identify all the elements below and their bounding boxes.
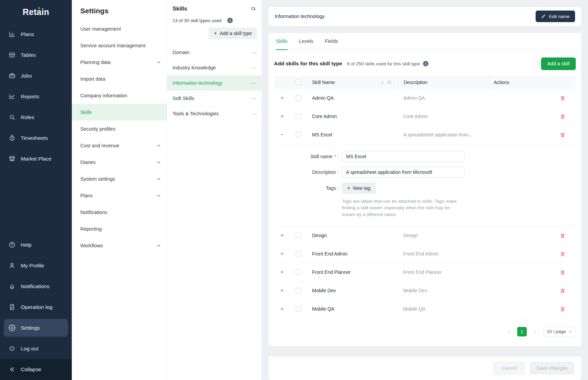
table-header-row: Skill Name Description Actions (274, 76, 576, 89)
settings-nav-item[interactable]: Service account management (72, 37, 167, 54)
sidebar-item-help[interactable]: Help (0, 234, 72, 255)
sidebar-item-operation-log[interactable]: Operation log (0, 297, 72, 317)
expand-row-button[interactable]: + (280, 114, 283, 119)
more-options-icon[interactable]: ··· (251, 96, 257, 101)
brand-logo[interactable]: Retain (0, 0, 72, 24)
sidebar-item-plans[interactable]: Plans (0, 24, 72, 45)
expand-row-button[interactable]: + (280, 233, 283, 238)
row-checkbox[interactable] (296, 269, 301, 275)
sidebar-item-label: Log out (21, 346, 38, 352)
current-page-button[interactable]: 1 (517, 327, 527, 336)
skills-card: Skills Levels Fields Add skills for this… (268, 33, 581, 346)
settings-nav-item[interactable]: Cost and revenue (72, 137, 167, 154)
row-checkbox[interactable] (296, 132, 301, 137)
skill-type-item[interactable]: Information technology ··· (167, 76, 262, 91)
row-checkbox[interactable] (296, 233, 301, 238)
row-checkbox[interactable] (296, 306, 301, 312)
new-tag-button[interactable]: + New tag (342, 182, 376, 194)
expand-row-button[interactable]: + (280, 95, 283, 101)
expand-row-button[interactable]: + (280, 306, 283, 312)
expand-row-button[interactable]: + (280, 288, 283, 293)
more-options-icon[interactable]: ··· (251, 111, 257, 116)
cancel-button[interactable]: Cancel (494, 362, 525, 375)
sidebar-item-log-out[interactable]: Log out (0, 338, 72, 359)
settings-nav-item[interactable]: Skills (72, 104, 167, 120)
settings-nav-item[interactable]: Diaries (72, 154, 167, 170)
info-icon[interactable]: i (227, 18, 233, 23)
select-all-checkbox[interactable] (296, 80, 301, 85)
skill-type-item[interactable]: Tools & Technologies ··· (167, 106, 262, 121)
edit-name-button[interactable]: Edit name (536, 11, 575, 22)
sidebar-item-timesheets[interactable]: Timesheets (0, 128, 72, 148)
chevron-down-icon (157, 244, 161, 248)
delete-skill-icon[interactable] (560, 95, 566, 101)
row-checkbox[interactable] (296, 288, 301, 293)
settings-nav-item[interactable]: Planning data (72, 54, 167, 70)
skill-name-input[interactable] (342, 151, 464, 162)
page-size-value: 10 / page (547, 329, 566, 334)
tab[interactable]: Fields (325, 33, 338, 50)
skill-type-item[interactable]: Industry Knowledge ··· (167, 60, 262, 76)
delete-skill-icon[interactable] (560, 132, 566, 138)
collapse-label: Collapse (21, 366, 41, 373)
skill-name-cell: Front End Admin (307, 251, 398, 257)
add-skill-button[interactable]: Add a skill (541, 57, 576, 70)
sidebar-item-roles[interactable]: Roles (0, 107, 72, 128)
delete-skill-icon[interactable] (560, 306, 566, 312)
settings-nav-item[interactable]: Notifications (72, 204, 167, 220)
row-checkbox[interactable] (296, 114, 301, 119)
more-options-icon[interactable]: ··· (251, 81, 257, 86)
sidebar-item-my-profile[interactable]: My Profile (0, 255, 72, 276)
sort-icon[interactable] (250, 6, 256, 12)
sidebar-item-marketplace[interactable]: Market Place (0, 148, 72, 169)
sidebar-item-tables[interactable]: Tables (0, 45, 72, 65)
column-search-icon[interactable] (387, 80, 392, 84)
settings-nav-item-label: User management (80, 26, 121, 32)
description-input[interactable] (342, 167, 464, 178)
delete-skill-icon[interactable] (560, 288, 566, 294)
settings-nav-item[interactable]: Security profiles (72, 120, 167, 137)
skill-name-cell: MS Excel (307, 132, 398, 137)
page-size-select[interactable]: 10 / page (543, 327, 576, 337)
sidebar-item-notifications[interactable]: Notifications (0, 276, 72, 297)
expand-row-button[interactable]: + (280, 269, 283, 275)
sidebar-collapse-button[interactable]: Collapse (0, 359, 72, 380)
tab[interactable]: Levels (299, 33, 313, 50)
collapse-row-button[interactable]: − (280, 132, 283, 137)
settings-nav-item[interactable]: Plans (72, 187, 167, 204)
document-log-icon (8, 303, 16, 311)
skill-types-usage: 13 of 30 skill types used (173, 18, 222, 23)
info-icon[interactable]: i (423, 61, 428, 66)
expand-column-header (274, 76, 290, 89)
settings-nav-item[interactable]: Import data (72, 70, 167, 87)
sidebar-item-jobs[interactable]: Jobs (0, 65, 72, 86)
next-page-button[interactable]: › (530, 327, 540, 336)
delete-skill-icon[interactable] (560, 269, 566, 275)
expand-row-button[interactable]: + (280, 251, 283, 257)
row-checkbox[interactable] (296, 251, 301, 257)
sidebar-item-reports[interactable]: Reports (0, 86, 72, 107)
settings-nav-item-label: Skills (80, 110, 92, 115)
column-sorter-icon[interactable] (380, 80, 384, 85)
settings-nav-item[interactable]: System settings (72, 170, 167, 187)
delete-skill-icon[interactable] (560, 114, 566, 119)
settings-nav-item[interactable]: User management (72, 20, 167, 37)
more-options-icon[interactable]: ··· (251, 65, 257, 70)
row-checkbox[interactable] (296, 95, 301, 101)
settings-nav-item[interactable]: Reporting (72, 220, 167, 237)
add-skill-type-button[interactable]: + Add a skill type (209, 28, 257, 39)
settings-nav-item[interactable]: Workflows (72, 237, 167, 254)
help-icon (8, 241, 16, 249)
sidebar-item-settings[interactable]: Settings (4, 319, 68, 337)
tab[interactable]: Skills (276, 33, 288, 50)
more-options-icon[interactable]: ··· (251, 50, 257, 55)
skill-type-label: Tools & Technologies (173, 111, 219, 116)
bar-chart-icon (8, 31, 16, 38)
settings-nav-item[interactable]: Company information (72, 87, 167, 104)
skill-type-item[interactable]: Soft Skills ··· (167, 91, 262, 106)
skill-type-item[interactable]: Domain ··· (167, 45, 262, 60)
previous-page-button[interactable]: ‹ (504, 327, 514, 336)
delete-skill-icon[interactable] (560, 233, 566, 238)
delete-skill-icon[interactable] (560, 251, 566, 257)
save-changes-button[interactable]: Save changes (529, 362, 574, 375)
